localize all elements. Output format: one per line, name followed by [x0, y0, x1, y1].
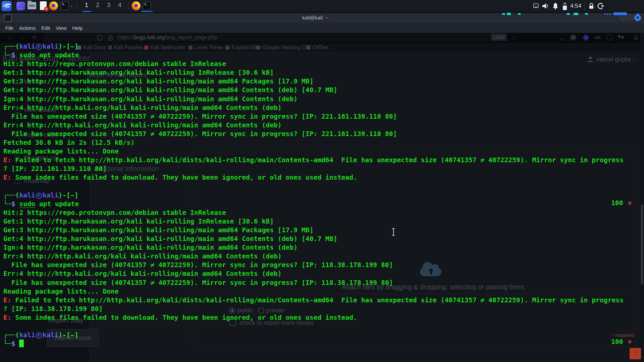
menu-edit[interactable]: Edit	[41, 25, 50, 31]
terminal-launcher-icon[interactable]: $_	[61, 2, 69, 10]
badge-value: 100	[611, 338, 623, 346]
zoom-level-badge[interactable]: 120%	[491, 34, 507, 41]
terminal-line: E: Failed to fetch http://http.kali.org/…	[3, 296, 624, 305]
badge-close-icon[interactable]: ×	[628, 338, 632, 346]
close-button[interactable]: ✕	[634, 14, 641, 21]
url-text[interactable]: https://bugs.kali.org/bug_report_page.ph…	[118, 35, 217, 41]
terminal-line	[3, 182, 624, 191]
kali-at-icon: K	[36, 193, 42, 199]
workspace-3[interactable]: 3	[104, 2, 113, 9]
active-window-indicator	[141, 11, 153, 12]
terminal-line: Reading package lists... Done	[3, 287, 624, 296]
terminal-line: File has unexpected size (40741357 ≠ 407…	[3, 130, 624, 138]
terminal-line: Ign:4 http://ftp.harukasan.org/kali kali…	[3, 243, 624, 252]
firefox-launcher-icon[interactable]	[49, 1, 58, 10]
terminal-line: Get:3 http://ftp.harukasan.org/kali kali…	[3, 226, 624, 235]
forward-icon[interactable]: →	[20, 34, 26, 41]
terminal-line: Get:3 http://ftp.harukasan.org/kali kali…	[3, 77, 624, 86]
notifications-bell-icon[interactable]	[552, 2, 559, 10]
terminal-line: Err:4 http://http.kali.org/kali kali-rol…	[3, 269, 624, 278]
logout-icon[interactable]	[597, 2, 604, 10]
terminal-line: ┌──(kaliKkali)-[~]	[3, 42, 624, 51]
chevron-down-icon: ⌄	[633, 57, 637, 62]
volume-icon[interactable]	[541, 2, 549, 10]
terminal-line: E: Failed to fetch http://http.kali.org/…	[3, 156, 624, 165]
terminal-line: ┌──(kaliKkali)-[~]	[3, 191, 624, 200]
scrollbar-thumb[interactable]	[641, 204, 643, 285]
terminal-line: Get:4 http://ftp.harukasan.org/kali kali…	[3, 86, 624, 95]
maximize-button[interactable]	[627, 14, 634, 21]
taskbar-separator	[584, 2, 585, 10]
hat-icon[interactable]	[594, 36, 601, 39]
terminal-line: Fetched 30.6 kB in 2s (12.5 kB/s)	[3, 138, 624, 147]
taskbar-separator	[14, 2, 14, 10]
terminal-line: E: Some index files failed to download. …	[3, 173, 624, 182]
network-icon[interactable]	[533, 2, 539, 9]
terminal-menubar: File Actions Edit View Help	[0, 23, 644, 33]
back-icon[interactable]: ←	[7, 34, 13, 41]
terminal-line: Hit:2 https://repo.protonvpn.com/debian …	[3, 60, 624, 68]
history-clock-icon[interactable]	[606, 35, 612, 41]
firefox-window-icon[interactable]	[131, 1, 141, 10]
terminal-line: └─$ sudo apt update	[3, 200, 624, 208]
shield-icon[interactable]	[97, 35, 103, 41]
count-badge: 100×	[611, 338, 632, 346]
terminal-line: Hit:2 https://repo.protonvpn.com/debian …	[3, 208, 624, 217]
terminal-line: E: Some index files failed to download. …	[3, 313, 624, 322]
extension-v-icon[interactable]: V	[570, 35, 576, 41]
terminal-line: └─$ sudo apt update	[3, 51, 624, 60]
hamburger-menu-icon[interactable]: ☰	[633, 34, 638, 41]
editor-badge-icon: ✎	[44, 7, 49, 11]
kali-at-icon: K	[36, 333, 42, 339]
text-editor-icon[interactable]: ✎	[40, 1, 47, 10]
taskbar-separator	[128, 2, 128, 10]
file-manager-icon[interactable]	[28, 2, 36, 9]
terminal-line	[3, 322, 624, 331]
terminal-line: File has unexpected size (40741357 ≠ 407…	[3, 261, 624, 269]
lock-screen-icon[interactable]	[588, 2, 595, 10]
terminal-line: ┌──(kaliKkali)-[~]	[3, 331, 624, 340]
terminal-line: Err:4 http://http.kali.org/kali kali-rol…	[3, 252, 624, 261]
chevron-down-icon[interactable]: ⌄	[70, 3, 73, 8]
pocket-icon[interactable]: ◡	[559, 34, 565, 41]
terminal-line: ? [IP: 118.38.178.199 80]	[3, 305, 624, 313]
app-finder-icon[interactable]: …	[16, 2, 25, 10]
terminal-line: File has unexpected size (40741357 ≠ 407…	[3, 112, 624, 121]
terminal-line: Err:4 http://http.kali.org/kali kali-rol…	[3, 121, 624, 130]
workspace-2[interactable]: 2	[93, 2, 102, 9]
active-workspace-indicator	[82, 11, 91, 12]
terminal-window-icon[interactable]: $_	[143, 2, 151, 10]
text-cursor-pointer	[391, 228, 396, 236]
badge-value: 100	[611, 199, 623, 207]
terminal-titlebar[interactable]: ⌐ kali@kali: ~	[0, 13, 644, 23]
kali-menu-icon[interactable]	[2, 1, 12, 11]
reload-icon[interactable]: ⟳	[32, 34, 37, 41]
menu-view[interactable]: View	[56, 25, 66, 31]
taskbar: … ✎ $_ ⌄ 1 2 3 4 $_ 4:54	[0, 0, 644, 13]
accounts-people-icon[interactable]	[618, 35, 621, 38]
menu-file[interactable]: File	[5, 25, 13, 31]
battery-icon[interactable]	[562, 2, 568, 10]
count-badge: 100×	[611, 199, 632, 207]
lock-icon	[108, 35, 113, 41]
window-title: kali@kali: ~	[0, 15, 631, 20]
badge-close-icon[interactable]: ×	[628, 199, 632, 207]
workspace-4[interactable]: 4	[115, 2, 124, 9]
terminal-line: Get:4 http://ftp.harukasan.org/kali kali…	[3, 235, 624, 243]
desktop-screen: … ✎ $_ ⌄ 1 2 3 4 $_ 4:54	[0, 0, 644, 362]
terminal-line: └─$	[3, 340, 624, 348]
terminal-output[interactable]: ┌──(kaliKkali)-[~]└─$ sudo apt updateHit…	[3, 42, 624, 348]
scrollbar-track[interactable]	[640, 33, 644, 362]
bookmark-star-icon[interactable]: ☆	[512, 34, 517, 42]
terminal-line: Reading package lists... Done	[3, 147, 624, 156]
kali-at-icon: K	[36, 44, 42, 50]
menu-actions[interactable]: Actions	[19, 25, 36, 31]
terminal-line: ? [IP: 221.161.139.110 80]	[3, 165, 624, 173]
terminal-cursor	[19, 340, 24, 347]
menu-help[interactable]: Help	[72, 25, 83, 31]
minimize-button[interactable]	[620, 14, 626, 21]
clock[interactable]: 4:54	[570, 3, 581, 9]
scroll-top-button[interactable]: ⌃	[630, 348, 641, 359]
terminal-line: Err:4 http://http.kali.org/kali kali-rol…	[3, 104, 624, 112]
workspace-1[interactable]: 1	[82, 2, 91, 9]
